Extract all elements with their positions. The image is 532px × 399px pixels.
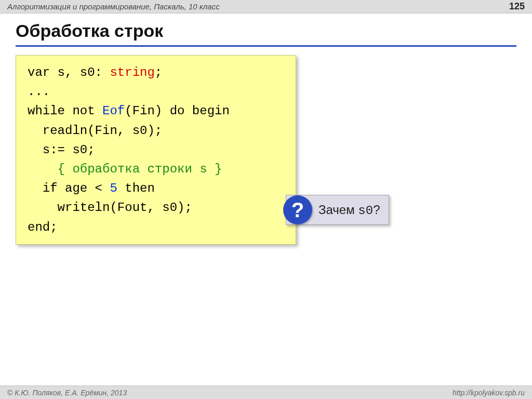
- callout-suffix: ?: [373, 203, 380, 217]
- code-l1a: var s, s0:: [28, 65, 110, 79]
- content-area: Обработка строк var s, s0: string; ... w…: [0, 14, 532, 245]
- subject-title: Алгоритмизация и программирование, Паска…: [7, 2, 509, 11]
- code-literal-5: 5: [110, 181, 117, 195]
- code-l7c: then: [117, 181, 155, 195]
- code-l3a: while not: [28, 104, 102, 118]
- callout-prefix: Зачем: [318, 203, 358, 217]
- code-keyword-string: string: [110, 65, 154, 79]
- header-bar: Алгоритмизация и программирование, Паска…: [0, 0, 532, 14]
- page-number: 125: [509, 1, 525, 12]
- code-comment: { обработка строки s }: [28, 162, 222, 176]
- code-l2: ...: [28, 85, 50, 99]
- code-l7a: if age <: [28, 181, 110, 195]
- code-l3c: (Fin) do begin: [125, 104, 230, 118]
- footer-url: http://kpolyakov.spb.ru: [453, 389, 525, 397]
- page-title: Обработка строк: [16, 19, 516, 47]
- code-keyword-eof: Eof: [102, 104, 125, 118]
- footer-bar: © К.Ю. Поляков, Е.А. Ерёмин, 2013 http:/…: [0, 385, 532, 399]
- callout-text: Зачем s0?: [318, 203, 380, 218]
- code-l9: end;: [28, 220, 58, 234]
- code-l8: writeln(Fout, s0);: [28, 201, 192, 215]
- code-block: var s, s0: string; ... while not Eof(Fin…: [16, 55, 296, 245]
- question-icon: ?: [283, 195, 312, 224]
- callout-mono: s0: [358, 204, 373, 218]
- footer-copyright: © К.Ю. Поляков, Е.А. Ерёмин, 2013: [7, 389, 453, 397]
- code-l1c: ;: [155, 65, 162, 79]
- code-l5: s:= s0;: [28, 143, 95, 157]
- code-l4: readln(Fin, s0);: [28, 124, 162, 138]
- question-callout: ? Зачем s0?: [286, 195, 389, 225]
